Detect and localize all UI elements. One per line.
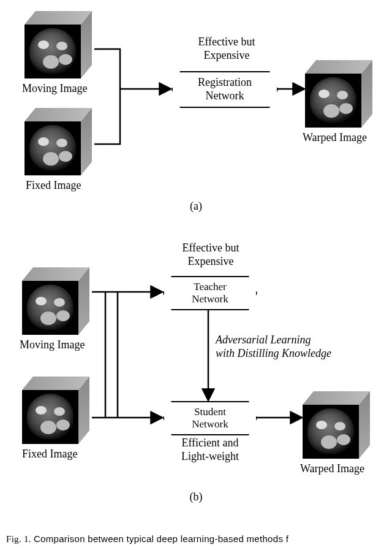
moving-image-label: Moving Image	[22, 82, 87, 95]
figure-a: Moving Image Fixed Image Effective but E…	[0, 0, 392, 215]
fixed-image-label-b: Fixed Image	[22, 448, 77, 461]
figure-b: Moving Image Fixed Image Effective but E…	[0, 231, 392, 537]
moving-image-cube	[24, 11, 92, 78]
annot-effective-expensive-a: Effective but Expensive	[178, 36, 276, 62]
sub-a: (a)	[0, 200, 392, 213]
annot-adversarial: Adversarial Learning with Distilling Kno…	[216, 334, 369, 360]
warped-image-cube-b	[303, 391, 370, 459]
moving-image-cube-b	[22, 267, 89, 335]
registration-network-box: Registration Network	[172, 71, 278, 108]
teacher-network-box: Teacher Network	[163, 276, 257, 310]
figure-caption-fragment: Fig. 1. Comparison between typical deep …	[6, 534, 288, 545]
warped-image-cube-a	[305, 60, 372, 128]
student-network-box: Student Network	[163, 401, 257, 435]
annot-effective-expensive-b: Effective but Expensive	[162, 242, 260, 268]
warped-image-label-a: Warped Image	[303, 131, 367, 144]
moving-image-label-b: Moving Image	[20, 339, 85, 351]
caption-text: Comparison between typical deep learning…	[34, 534, 288, 544]
annot-efficient: Efficient and Light-weight	[164, 437, 256, 463]
fixed-image-cube	[24, 108, 92, 175]
fixed-image-cube-b	[22, 377, 89, 444]
sub-b: (b)	[0, 491, 392, 503]
warped-image-label-b: Warped Image	[300, 462, 364, 475]
fixed-image-label: Fixed Image	[26, 179, 81, 192]
